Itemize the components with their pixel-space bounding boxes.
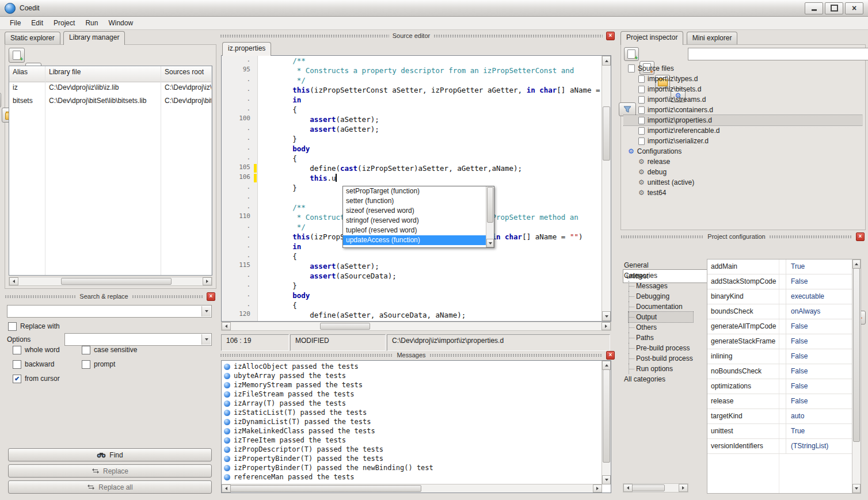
code-line[interactable]: */ bbox=[258, 75, 602, 85]
line-number[interactable]: 106 bbox=[222, 173, 257, 183]
category-messages[interactable]: Messages bbox=[629, 281, 693, 291]
checkbox-box[interactable] bbox=[82, 346, 90, 354]
splitter-handle[interactable] bbox=[620, 235, 704, 238]
scroll-left-button[interactable] bbox=[222, 322, 231, 330]
column-header-alias[interactable]: Alias bbox=[9, 66, 45, 82]
category-pre-build-process[interactable]: Pre-build process bbox=[629, 343, 693, 353]
message-item[interactable]: izDynamicList(T) passed the tests bbox=[222, 417, 602, 426]
scrollbar-thumb[interactable] bbox=[230, 485, 421, 492]
line-number[interactable]: . bbox=[222, 183, 257, 193]
completion-scrollbar[interactable] bbox=[486, 186, 494, 247]
message-item[interactable]: izStaticList(T) passed the tests bbox=[222, 408, 602, 417]
tree-item-configuration[interactable]: ⚙unittest (active) bbox=[623, 177, 863, 188]
minimize-button[interactable] bbox=[805, 2, 823, 14]
close-window-button[interactable]: × bbox=[845, 2, 863, 14]
property-row[interactable]: addStackStompCodeFalse bbox=[707, 274, 852, 289]
checkbox-prompt[interactable]: prompt bbox=[82, 360, 203, 369]
category-output[interactable]: Output bbox=[629, 312, 693, 322]
code-line[interactable]: { bbox=[258, 300, 602, 310]
replace-dropdown-button[interactable] bbox=[201, 334, 211, 345]
scroll-down-button[interactable] bbox=[486, 239, 494, 247]
line-number[interactable]: . bbox=[222, 95, 257, 105]
scrollbar-thumb[interactable] bbox=[61, 278, 172, 285]
checkbox-case-sensitive[interactable]: case sensitive bbox=[82, 345, 203, 354]
property-row[interactable]: generateAllTmpCodeFalse bbox=[707, 319, 852, 334]
checkbox-whole-word[interactable]: whole word bbox=[13, 345, 82, 354]
line-number[interactable]: . bbox=[222, 134, 257, 144]
configurations-root[interactable]: ⚙ Configurations bbox=[623, 146, 863, 157]
property-value[interactable]: False bbox=[786, 334, 852, 349]
close-messages-button[interactable]: × bbox=[606, 351, 615, 360]
property-value[interactable]: True bbox=[786, 259, 852, 274]
property-row[interactable]: inliningFalse bbox=[707, 349, 852, 364]
scroll-down-button[interactable] bbox=[602, 311, 611, 321]
splitter-handle[interactable] bbox=[5, 295, 76, 298]
scrollbar-thumb[interactable] bbox=[487, 187, 493, 223]
scrollbar-thumb[interactable] bbox=[603, 369, 610, 463]
message-item[interactable]: izPropertyBinder(T) passed the tests bbox=[222, 454, 602, 463]
scroll-left-button[interactable] bbox=[222, 484, 231, 493]
add-file-button[interactable]: + bbox=[624, 47, 639, 61]
property-row[interactable]: optimizationsFalse bbox=[707, 379, 852, 394]
library-cell[interactable]: C:\Dev\dproj\iz\lib\iz.lib bbox=[45, 82, 161, 96]
inspector-filter-input[interactable] bbox=[688, 48, 868, 60]
property-row[interactable]: addMainTrue bbox=[707, 259, 852, 274]
property-row[interactable]: targetKindauto bbox=[707, 409, 852, 424]
line-number[interactable]: . bbox=[222, 124, 257, 134]
property-row[interactable]: boundsCheckonAlways bbox=[707, 304, 852, 319]
property-row[interactable]: generateStackFrameFalse bbox=[707, 334, 852, 349]
tab-project-inspector[interactable]: Project inspector bbox=[620, 31, 683, 45]
tab-static-explorer[interactable]: Static explorer bbox=[5, 32, 60, 44]
tree-item-configuration[interactable]: ⚙test64 bbox=[623, 188, 863, 198]
scroll-down-button[interactable] bbox=[602, 475, 611, 484]
scroll-left-button[interactable] bbox=[623, 484, 633, 492]
tree-item-source-file[interactable]: import\iz\streams.d bbox=[623, 94, 863, 105]
property-grid-scrollbar[interactable] bbox=[852, 259, 861, 493]
tab-iz-properties[interactable]: iz.properties bbox=[222, 42, 271, 56]
line-number[interactable]: . bbox=[222, 291, 257, 300]
code-line[interactable]: assert(aGetter); bbox=[258, 124, 602, 134]
splitter-handle[interactable] bbox=[220, 354, 393, 357]
property-value[interactable]: False bbox=[786, 394, 852, 409]
line-number[interactable]: . bbox=[222, 300, 257, 310]
completion-item[interactable]: updateAccess (function) bbox=[343, 235, 486, 245]
message-item[interactable]: izAllocObject passed the tests bbox=[222, 362, 602, 371]
code-line[interactable]: assert(aSourceData); bbox=[258, 271, 602, 281]
close-project-configuration-button[interactable]: × bbox=[856, 232, 865, 241]
property-value[interactable]: auto bbox=[786, 409, 852, 423]
tree-item-source-file[interactable]: import\iz\properties.d bbox=[623, 115, 863, 125]
completion-item[interactable]: tupleof (reserved word) bbox=[343, 226, 486, 235]
property-value[interactable]: False bbox=[786, 364, 852, 379]
editor-vertical-scrollbar[interactable] bbox=[601, 56, 611, 321]
category-others[interactable]: Others bbox=[629, 322, 693, 333]
category-categories[interactable]: Categories bbox=[622, 270, 693, 281]
library-cell[interactable]: C:\Dev\dproj\bitSet\lib\bitsets.lib bbox=[45, 96, 161, 109]
line-number[interactable]: . bbox=[222, 75, 257, 85]
property-value[interactable]: False bbox=[786, 319, 852, 334]
line-number[interactable]: . bbox=[222, 193, 257, 203]
code-line[interactable]: } bbox=[258, 134, 602, 144]
add-library-button[interactable]: + bbox=[9, 48, 25, 63]
category-all-categories[interactable]: All categories bbox=[622, 374, 693, 384]
messages-horizontal-scrollbar[interactable] bbox=[222, 484, 602, 493]
checkbox-box[interactable] bbox=[8, 322, 17, 331]
scroll-right-button[interactable] bbox=[593, 484, 602, 493]
line-number[interactable]: . bbox=[222, 232, 257, 242]
message-item[interactable]: izFileStream passed the tests bbox=[222, 390, 602, 399]
message-item[interactable]: izPropDescriptor(T) passed the tests bbox=[222, 445, 602, 454]
find-button[interactable]: Find bbox=[8, 448, 212, 461]
scroll-up-button[interactable] bbox=[852, 259, 861, 269]
tab-mini-explorer[interactable]: Mini explorer bbox=[687, 32, 738, 44]
tree-item-source-file[interactable]: import\iz\containers.d bbox=[623, 105, 863, 115]
message-item[interactable]: izArray(T) passed the tests bbox=[222, 399, 602, 408]
completion-item[interactable]: sizeof (reserved word) bbox=[343, 206, 486, 216]
source-files-root[interactable]: Source files bbox=[623, 63, 863, 74]
column-header-library-file[interactable]: Library file bbox=[45, 66, 161, 82]
property-value[interactable]: False bbox=[786, 379, 852, 394]
scroll-right-button[interactable] bbox=[203, 277, 212, 285]
category-paths[interactable]: Paths bbox=[629, 333, 693, 343]
splitter-handle[interactable] bbox=[220, 35, 389, 37]
code-line[interactable]: * Constructs a property descriptor from … bbox=[258, 66, 602, 75]
library-horizontal-scrollbar[interactable] bbox=[9, 277, 212, 286]
menu-item-edit[interactable]: Edit bbox=[26, 17, 48, 29]
